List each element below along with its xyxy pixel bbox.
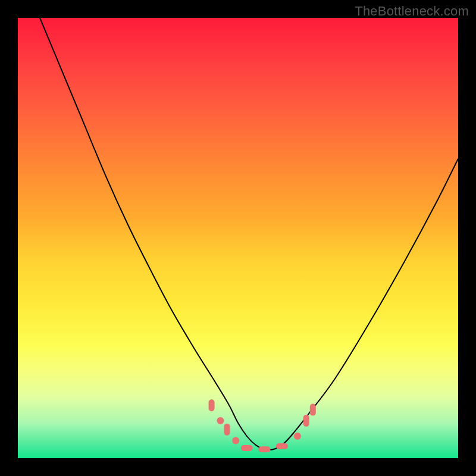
highlight-marker: [217, 417, 224, 424]
gradient-background: [18, 18, 458, 458]
highlight-marker: [310, 404, 316, 416]
highlight-marker: [224, 424, 230, 436]
highlight-marker: [303, 415, 309, 427]
highlight-marker: [294, 433, 301, 440]
highlight-marker: [258, 446, 270, 452]
highlight-marker: [241, 445, 253, 451]
highlight-marker: [209, 399, 215, 411]
highlight-marker: [232, 437, 239, 444]
bottleneck-chart: [18, 18, 458, 458]
highlight-marker: [276, 443, 288, 449]
chart-frame: TheBottleneck.com: [0, 0, 476, 476]
plot-area: [18, 18, 458, 458]
watermark-text: TheBottleneck.com: [355, 4, 469, 19]
